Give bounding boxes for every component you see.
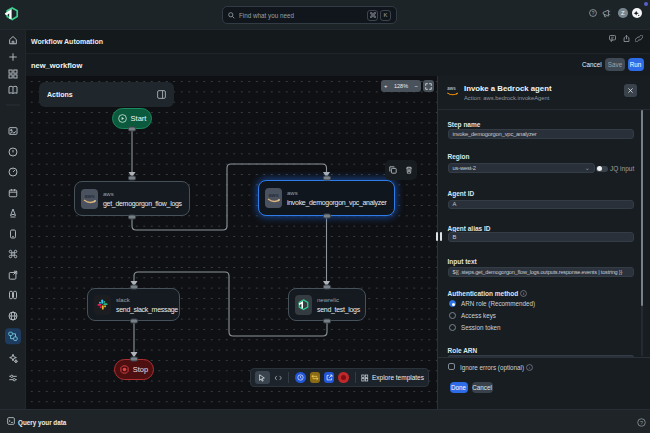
svg-text:aws: aws xyxy=(447,86,456,91)
svg-text:i: i xyxy=(529,365,530,370)
svg-text:i: i xyxy=(523,291,524,296)
svg-text:?: ? xyxy=(640,420,643,426)
svg-text:?: ? xyxy=(592,11,595,16)
